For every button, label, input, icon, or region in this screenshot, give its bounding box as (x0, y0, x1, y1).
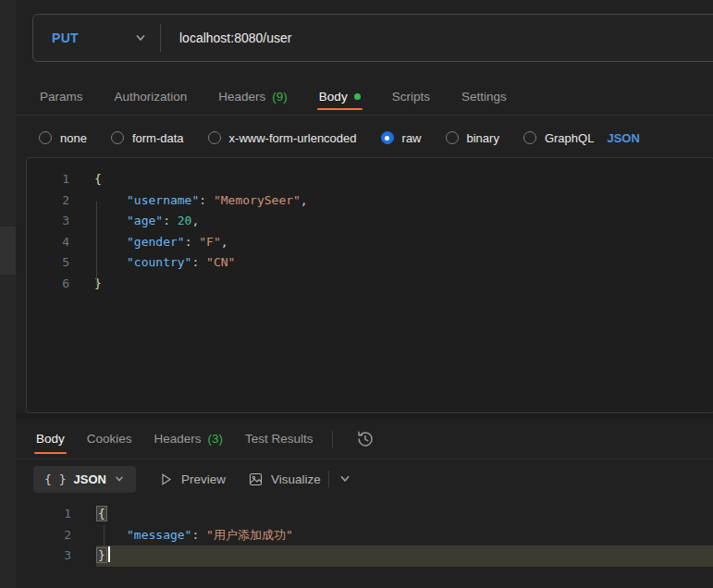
response-toolbar: { } JSON Preview Visualize (16, 459, 713, 498)
line-number: 2 (27, 190, 69, 212)
mode-form-data[interactable]: form-data (111, 131, 184, 145)
code-line-content[interactable]: { (94, 169, 713, 190)
token-num: 20 (178, 214, 192, 227)
mode-raw[interactable]: raw (381, 131, 422, 145)
mode-label: none (60, 131, 87, 145)
token-brace-match: { (96, 506, 107, 521)
tab-label: Body (36, 432, 65, 446)
token-str: "用户添加成功" (206, 528, 293, 542)
token-punc: , (301, 193, 308, 207)
mode-label: form-data (132, 131, 184, 145)
image-icon (248, 472, 264, 487)
response-format-dropdown[interactable]: { } JSON (33, 466, 136, 493)
method-selector[interactable]: PUT (33, 15, 160, 61)
mode-binary[interactable]: binary (446, 131, 499, 145)
tab-params[interactable]: Params (40, 79, 83, 115)
code-line-content[interactable]: "country": "CN" (94, 252, 713, 274)
token-str: "MemorySeer" (214, 193, 301, 207)
raw-language-select[interactable]: JSON (607, 131, 639, 145)
code-line-content[interactable]: "gender": "F", (94, 232, 713, 253)
code-line-content[interactable]: { (96, 504, 713, 525)
line-number: 1 (16, 504, 71, 525)
line-number: 6 (27, 274, 69, 295)
response-history-button[interactable] (355, 429, 375, 449)
token-key: "username" (127, 193, 199, 207)
request-body-editor[interactable]: 1{2"username": "MemorySeer",3"age": 20,4… (26, 157, 713, 413)
preview-button[interactable]: Preview (158, 472, 226, 487)
format-label: JSON (73, 472, 105, 486)
curly-braces-icon: { } (44, 472, 66, 486)
tab-label: Scripts (392, 90, 430, 104)
tab-label: Params (40, 90, 83, 104)
url-input[interactable]: localhost:8080/user (161, 15, 713, 61)
response-section: Body Cookies Headers (3) Test Results { … (16, 419, 713, 588)
indent-guide (104, 525, 104, 545)
sidebar-strip-highlight[interactable] (0, 227, 16, 275)
line-number: 2 (16, 525, 71, 546)
token-punc: : (199, 193, 214, 207)
tab-scripts[interactable]: Scripts (392, 79, 430, 115)
code-line: 3} (16, 545, 713, 567)
line-number: 3 (16, 545, 71, 567)
code-line: 3"age": 20, (27, 211, 713, 232)
token-punc: , (191, 214, 199, 227)
tab-response-headers[interactable]: Headers (3) (154, 419, 224, 459)
mode-x-www-form-urlencoded[interactable]: x-www-form-urlencoded (208, 131, 357, 145)
code-line-content[interactable]: "username": "MemorySeer", (94, 190, 713, 212)
mode-label: raw (402, 131, 422, 145)
method-label: PUT (52, 31, 134, 45)
tab-count: (9) (272, 90, 288, 104)
code-line: 5"country": "CN" (27, 252, 713, 274)
token-key: "gender" (127, 235, 185, 249)
code-line-content[interactable]: } (94, 274, 713, 295)
radio-icon (523, 131, 536, 144)
radio-icon (111, 131, 124, 144)
tabs-divider (332, 431, 333, 447)
tab-authorization[interactable]: Authorization (115, 79, 188, 115)
toolbar-more-chevron-icon[interactable] (338, 472, 351, 485)
token-punc: : (191, 528, 206, 542)
token-punc: : (163, 214, 178, 227)
radio-icon (446, 131, 459, 144)
request-tabs: Params Authorization Headers (9) Body Sc… (16, 79, 713, 116)
token-key: "country" (127, 255, 191, 269)
code-line-content[interactable]: "age": 20, (94, 211, 713, 232)
chevron-down-icon (114, 473, 125, 484)
token-key: "message" (127, 528, 191, 542)
tab-label: Test Results (245, 432, 313, 446)
history-clock-icon (355, 429, 375, 449)
tab-count: (3) (208, 432, 224, 446)
code-line-content[interactable]: } (96, 545, 713, 567)
code-line: 2"username": "MemorySeer", (27, 190, 713, 212)
token-brace-match: } (96, 547, 107, 563)
tab-response-cookies[interactable]: Cookies (87, 419, 132, 459)
tab-settings[interactable]: Settings (461, 79, 507, 115)
code-line: 1{ (27, 169, 713, 190)
tab-body[interactable]: Body (319, 79, 361, 115)
token-brace: { (94, 172, 102, 186)
mode-graphql[interactable]: GraphQL (523, 131, 594, 145)
tab-label: Body (319, 90, 348, 104)
visualize-button[interactable]: Visualize (248, 472, 321, 487)
body-mode-row: none form-data x-www-form-urlencoded raw… (16, 122, 713, 153)
indent-guide (96, 202, 97, 285)
code-line: 4"gender": "F", (27, 232, 713, 253)
mode-label: GraphQL (545, 131, 594, 145)
tab-test-results[interactable]: Test Results (245, 419, 313, 459)
mode-label: binary (467, 131, 499, 145)
radio-icon (39, 131, 52, 144)
line-number: 4 (27, 232, 69, 253)
response-body-editor[interactable]: 1{2"message": "用户添加成功"3} (16, 498, 713, 588)
radio-icon (381, 131, 394, 144)
tab-response-body[interactable]: Body (36, 419, 65, 459)
code-line-content[interactable]: "message": "用户添加成功" (96, 525, 713, 546)
sidebar-strip (0, 0, 16, 588)
tab-label: Cookies (87, 432, 132, 446)
mode-none[interactable]: none (39, 131, 87, 145)
method-dropdown-chevron-icon (134, 31, 147, 44)
line-number: 1 (27, 169, 69, 190)
tab-label: Settings (461, 90, 507, 104)
tab-headers[interactable]: Headers (9) (218, 79, 288, 115)
request-section: PUT localhost:8080/user Params Authoriza… (16, 0, 713, 413)
visualize-label: Visualize (271, 472, 321, 486)
